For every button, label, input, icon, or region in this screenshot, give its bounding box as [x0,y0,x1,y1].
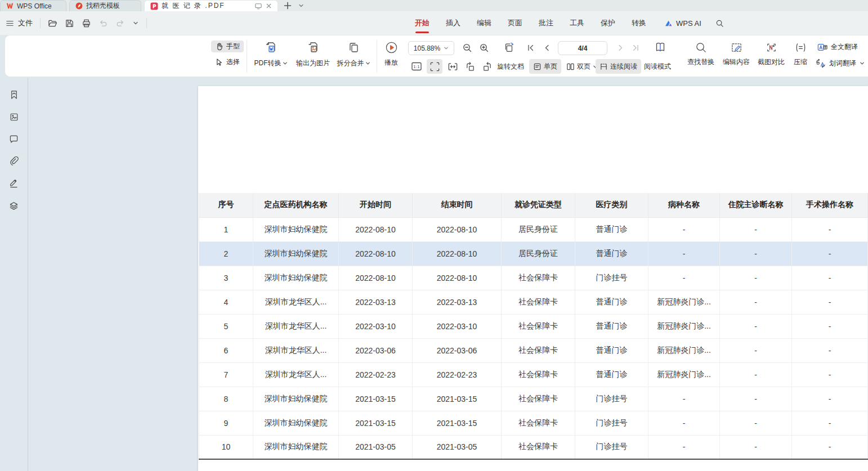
save-icon[interactable] [65,19,74,28]
table-cell: 4 [199,290,253,314]
word-translate-label: 划词翻译 [829,59,856,68]
signature-pen-icon[interactable] [9,178,19,188]
previous-page-button[interactable] [543,44,551,52]
menu-search-icon[interactable] [715,19,724,28]
table-row[interactable]: 3深圳市妇幼保健院2022-08-102022-08-10社会保障卡门诊挂号--… [199,266,868,290]
table-column-header: 就诊凭证类型 [502,193,575,217]
tab-wps-office[interactable]: WPS Office [0,0,66,11]
zoom-in-button[interactable] [479,43,489,53]
compress-icon [795,42,807,53]
table-cell: - [792,217,868,241]
table-row[interactable]: 4深圳市龙华区人...2022-03-132022-03-13社会保障卡普通门诊… [199,290,868,314]
hand-icon [215,42,223,51]
close-tab-icon[interactable] [266,3,272,9]
split-merge-button[interactable]: 拆分合并 [334,41,373,68]
rotate-left-button[interactable] [462,59,478,74]
screenshot-compare-button[interactable]: 截图对比 [753,42,790,67]
last-page-button[interactable] [632,44,639,52]
play-button[interactable]: 播放 [379,41,404,68]
fit-width-button[interactable] [445,59,460,74]
hand-tool-button[interactable]: 手型 [211,41,244,52]
menu-insert[interactable]: 插入 [446,18,460,28]
tab-docer-templates[interactable]: 找稻壳模板 [69,0,141,11]
menu-wps-ai[interactable]: WPS AI [665,19,701,28]
table-row[interactable]: 7深圳市龙华区人...2022-02-232022-02-23社会保障卡普通门诊… [199,362,868,387]
table-row[interactable]: 2深圳市妇幼保健院2022-08-102022-08-10居民身份证普通门诊--… [199,241,868,266]
undo-icon[interactable] [99,19,108,28]
zoom-level-combobox[interactable]: 105.88% [408,41,454,55]
table-cell: - [792,266,868,290]
layers-icon[interactable] [9,201,19,210]
ribbon-toolbar: 手型 选择 PDF转换 输出为图片 [5,35,868,77]
table-row[interactable]: 9深圳市妇幼保健院2021-03-152021-03-15社会保障卡门诊挂号--… [199,411,868,435]
first-page-icon [527,44,535,52]
rotate-right-button[interactable] [479,59,495,74]
menu-protect[interactable]: 保护 [601,18,615,28]
bookmark-icon[interactable] [10,90,19,100]
pdf-file-icon [150,2,158,10]
page-number-box[interactable]: 4/4 [558,41,607,55]
table-cell: 1 [199,217,253,241]
thumbnail-icon[interactable] [10,113,19,122]
table-row[interactable]: 8深圳市妇幼保健院2021-03-152021-03-15社会保障卡门诊挂号--… [199,387,868,411]
table-row[interactable]: 10深圳市妇幼保健院2021-03-052021-03-05社会保障卡门诊挂号-… [199,435,868,459]
redo-icon[interactable] [115,19,125,28]
comment-icon[interactable] [9,134,19,143]
edit-content-button[interactable]: 编辑内容 [718,42,755,67]
open-folder-icon[interactable] [48,19,57,28]
hamburger-menu-icon[interactable] [6,19,14,28]
reading-mode-label[interactable]: 阅读模式 [644,59,671,74]
export-image-icon [306,41,320,55]
tab-list-chevron[interactable] [294,0,308,11]
next-page-button[interactable] [616,44,624,52]
menu-page[interactable]: 页面 [508,18,522,28]
menu-convert[interactable]: 转换 [632,18,646,28]
attachment-icon[interactable] [9,156,19,165]
table-cell: 2022-03-06 [413,338,502,362]
rotate-pages-button[interactable] [503,42,515,54]
edit-content-icon [731,42,742,53]
single-page-button[interactable]: 单页 [529,59,561,74]
pdf-page[interactable]: 序号定点医药机构名称开始时间结束时间就诊凭证类型医疗类别病种名称住院主诊断名称手… [198,86,868,471]
print-icon[interactable] [82,19,91,28]
left-sidebar [0,78,28,471]
table-row[interactable]: 1深圳市妇幼保健院2022-08-102022-08-10居民身份证普通门诊--… [199,217,868,241]
table-cell: - [648,241,720,266]
table-cell: - [720,314,792,338]
new-tab-button[interactable] [281,0,294,11]
rotate-document-label[interactable]: 旋转文档 [497,59,524,74]
table-cell: 10 [199,435,253,459]
window-tab-bar: WPS Office 找稻壳模板 就 医 记 录 .PDF [0,0,868,11]
menu-tools[interactable]: 工具 [570,18,584,28]
tab-document-active[interactable]: 就 医 记 录 .PDF [144,0,278,11]
word-translate-button[interactable]: 划词翻译 [816,59,865,68]
zoom-out-button[interactable] [462,43,472,53]
first-page-button[interactable] [527,44,535,52]
continuous-reading-button[interactable]: 连续阅读 [596,59,641,74]
quickbar-chevron-icon[interactable] [132,20,139,26]
table-column-header: 手术操作名称 [792,193,868,217]
menu-edit[interactable]: 编辑 [477,18,491,28]
table-cell: 2021-03-05 [339,435,413,459]
export-as-image-button[interactable]: 输出为图片 [293,41,333,68]
table-row[interactable]: 5深圳市龙华区人...2022-03-102022-03-10社会保障卡普通门诊… [199,314,868,338]
fit-page-button[interactable] [427,59,442,74]
actual-size-button[interactable]: 1:1 [409,59,424,74]
table-row[interactable]: 6深圳市龙华区人...2022-03-062022-03-06社会保障卡普通门诊… [199,338,868,362]
find-replace-button[interactable]: 查找替换 [682,42,719,67]
compress-button[interactable]: 压缩 [788,42,813,67]
file-menu[interactable]: 文件 [18,18,33,28]
full-text-translate-button[interactable]: 全文翻译 [817,42,858,52]
table-cell: 2022-08-10 [339,217,413,241]
table-cell: 居民身份证 [502,217,575,241]
pdf-convert-button[interactable]: PDF转换 [252,41,290,68]
table-cell: 深圳市妇幼保健院 [253,266,339,290]
monitor-icon[interactable] [254,3,262,10]
reading-mode-icon-button[interactable] [654,41,667,53]
select-tool-button[interactable]: 选择 [211,56,244,68]
menu-home[interactable]: 开始 [415,18,429,28]
menu-comment[interactable]: 批注 [539,18,553,28]
screenshot-compare-icon [766,42,777,53]
table-cell: 2022-08-10 [413,241,502,266]
double-page-icon [566,62,575,71]
